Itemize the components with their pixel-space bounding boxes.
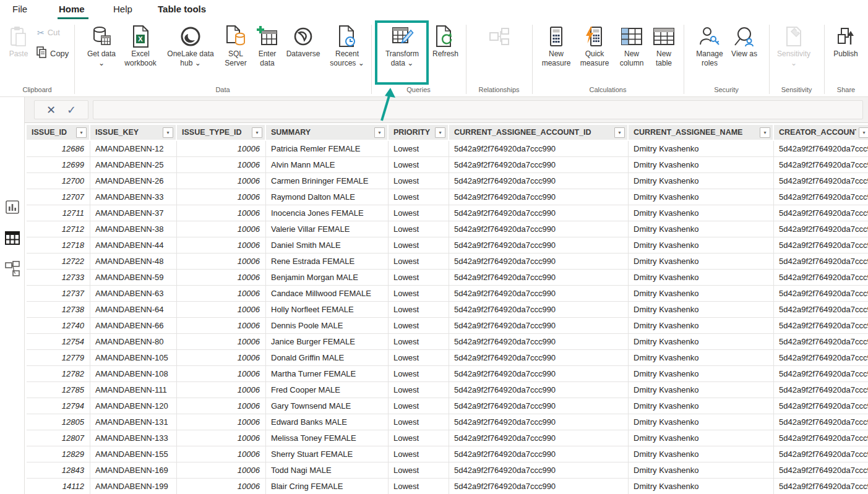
cell-priority[interactable]: Lowest: [389, 334, 449, 349]
cell-creator_account_id[interactable]: 5d42a9f2f764920da7ccc990: [774, 237, 868, 253]
cell-issue_type_id[interactable]: 10006: [177, 157, 266, 172]
cell-current_assignee_name[interactable]: Dmitry Kvashenko: [629, 462, 774, 478]
new-column-button[interactable]: New column: [615, 23, 648, 67]
cell-priority[interactable]: Lowest: [389, 205, 449, 221]
cell-issue_id[interactable]: 12782: [27, 366, 90, 381]
filter-dropdown-icon[interactable]: ▾: [435, 127, 445, 138]
cell-summary[interactable]: Donald Griffin MALE: [266, 350, 389, 365]
view-as-button[interactable]: View as: [730, 23, 758, 59]
cell-summary[interactable]: Dennis Poole MALE: [266, 318, 389, 333]
cell-issue_type_id[interactable]: 10006: [177, 446, 266, 462]
cell-issue_id[interactable]: 12712: [27, 221, 90, 237]
cell-current_assignee_name[interactable]: Dmitry Kvashenko: [629, 205, 774, 221]
cell-current_assignee_name[interactable]: Dmitry Kvashenko: [629, 446, 774, 462]
cell-issue_type_id[interactable]: 10006: [177, 189, 266, 205]
recent-sources-button[interactable]: Recent sources ⌄: [324, 23, 370, 67]
tab-home[interactable]: Home: [59, 4, 85, 14]
filter-dropdown-icon[interactable]: ▾: [163, 127, 173, 138]
cell-summary[interactable]: Melissa Toney FEMALE: [266, 430, 389, 446]
cell-current_assignee_account_id[interactable]: 5d42a9f2f764920da7ccc990: [449, 334, 629, 349]
cell-current_assignee_account_id[interactable]: 5d42a9f2f764920da7ccc990: [449, 270, 629, 285]
commit-check-icon[interactable]: ✓: [67, 104, 76, 116]
cell-issue_type_id[interactable]: 10006: [177, 479, 266, 494]
cell-priority[interactable]: Lowest: [389, 302, 449, 317]
cell-issue_key[interactable]: AMANDABENN-12: [90, 141, 177, 156]
cell-creator_account_id[interactable]: 5d42a9f2f764920da7ccc990: [774, 398, 868, 414]
cell-priority[interactable]: Lowest: [389, 446, 449, 462]
manage-roles-button[interactable]: Manage roles: [690, 23, 729, 67]
onelake-data-hub-button[interactable]: OneLake data hub ⌄: [162, 23, 219, 67]
column-header-issue_id[interactable]: ISSUE_ID▾: [27, 125, 90, 140]
tab-table-tools[interactable]: Table tools: [158, 4, 206, 14]
cell-current_assignee_name[interactable]: Dmitry Kvashenko: [629, 366, 774, 381]
cell-priority[interactable]: Lowest: [389, 414, 449, 430]
cell-issue_id[interactable]: 12699: [27, 157, 90, 172]
cell-current_assignee_account_id[interactable]: 5d42a9f2f764920da7ccc990: [449, 479, 629, 494]
cell-summary[interactable]: Rene Estrada FEMALE: [266, 253, 389, 269]
cell-creator_account_id[interactable]: 5d42a9f2f764920da7ccc990: [774, 302, 868, 317]
cell-issue_key[interactable]: AMANDABENN-108: [90, 366, 177, 381]
quick-measure-button[interactable]: Quick measure: [575, 23, 614, 67]
formula-input[interactable]: [93, 100, 863, 119]
column-header-issue_key[interactable]: ISSUE_KEY▾: [90, 125, 177, 140]
cell-issue_type_id[interactable]: 10006: [177, 350, 266, 365]
cell-issue_key[interactable]: AMANDABENN-66: [90, 318, 177, 333]
refresh-button[interactable]: Refresh: [428, 23, 463, 59]
cell-summary[interactable]: Blair Cring FEMALE: [266, 479, 389, 494]
filter-dropdown-icon[interactable]: ▾: [859, 127, 868, 138]
cell-creator_account_id[interactable]: 5d42a9f2f764920da7ccc990: [774, 430, 868, 446]
cell-current_assignee_name[interactable]: Dmitry Kvashenko: [629, 270, 774, 285]
cell-priority[interactable]: Lowest: [389, 479, 449, 494]
cell-issue_type_id[interactable]: 10006: [177, 398, 266, 414]
cell-issue_key[interactable]: AMANDABENN-64: [90, 302, 177, 317]
cell-current_assignee_account_id[interactable]: 5d42a9f2f764920da7ccc990: [449, 430, 629, 446]
report-view-icon[interactable]: [5, 200, 20, 215]
cell-creator_account_id[interactable]: 5d42a9f2f764920da7ccc990: [774, 157, 868, 172]
cell-current_assignee_name[interactable]: Dmitry Kvashenko: [629, 398, 774, 414]
cancel-icon[interactable]: ✕: [46, 104, 56, 116]
cell-issue_id[interactable]: 12843: [27, 462, 90, 478]
cell-issue_key[interactable]: AMANDABENN-155: [90, 446, 177, 462]
cell-creator_account_id[interactable]: 5d42a9f2f764920da7ccc990: [774, 221, 868, 237]
cell-issue_type_id[interactable]: 10006: [177, 366, 266, 381]
cell-current_assignee_account_id[interactable]: 5d42a9f2f764920da7ccc990: [449, 205, 629, 221]
cell-issue_key[interactable]: AMANDABENN-25: [90, 157, 177, 172]
tab-help[interactable]: Help: [113, 4, 132, 14]
cell-current_assignee_name[interactable]: Dmitry Kvashenko: [629, 318, 774, 333]
cell-creator_account_id[interactable]: 5d42a9f2f764920da7ccc990: [774, 286, 868, 301]
cell-current_assignee_account_id[interactable]: 5d42a9f2f764920da7ccc990: [449, 286, 629, 301]
cell-issue_key[interactable]: AMANDABENN-38: [90, 221, 177, 237]
cell-summary[interactable]: Inocencia Jones FEMALE: [266, 205, 389, 221]
cell-current_assignee_account_id[interactable]: 5d42a9f2f764920da7ccc990: [449, 237, 629, 253]
copy-button[interactable]: Copy: [36, 46, 69, 61]
cell-current_assignee_account_id[interactable]: 5d42a9f2f764920da7ccc990: [449, 302, 629, 317]
filter-dropdown-icon[interactable]: ▾: [760, 127, 770, 138]
filter-dropdown-icon[interactable]: ▾: [374, 127, 385, 138]
cell-issue_type_id[interactable]: 10006: [177, 205, 266, 221]
cell-current_assignee_account_id[interactable]: 5d42a9f2f764920da7ccc990: [449, 382, 629, 398]
cell-current_assignee_name[interactable]: Dmitry Kvashenko: [629, 237, 774, 253]
cell-current_assignee_name[interactable]: Dmitry Kvashenko: [629, 157, 774, 172]
cell-issue_key[interactable]: AMANDABENN-44: [90, 237, 177, 253]
cell-current_assignee_name[interactable]: Dmitry Kvashenko: [629, 253, 774, 269]
cell-current_assignee_name[interactable]: Dmitry Kvashenko: [629, 430, 774, 446]
tab-file[interactable]: File: [12, 4, 27, 14]
cell-summary[interactable]: Janice Burger FEMALE: [266, 334, 389, 349]
cell-issue_id[interactable]: 12754: [27, 334, 90, 349]
table-view-icon[interactable]: [5, 231, 20, 245]
cell-current_assignee_account_id[interactable]: 5d42a9f2f764920da7ccc990: [449, 366, 629, 381]
cell-issue_id[interactable]: 12718: [27, 237, 90, 253]
cell-issue_id[interactable]: 12829: [27, 446, 90, 462]
cell-priority[interactable]: Lowest: [389, 366, 449, 381]
cell-current_assignee_account_id[interactable]: 5d42a9f2f764920da7ccc990: [449, 141, 629, 156]
enter-data-button[interactable]: Enter data: [252, 23, 282, 67]
cell-summary[interactable]: Martha Turner FEMALE: [266, 366, 389, 381]
cell-summary[interactable]: Alvin Mann MALE: [266, 157, 389, 172]
cell-creator_account_id[interactable]: 5d42a9f2f764920da7ccc990: [774, 334, 868, 349]
cell-current_assignee_name[interactable]: Dmitry Kvashenko: [629, 302, 774, 317]
filter-dropdown-icon[interactable]: ▾: [614, 127, 625, 138]
cell-issue_type_id[interactable]: 10006: [177, 414, 266, 430]
manage-relationships-button[interactable]: [473, 23, 526, 49]
new-table-button[interactable]: New table: [648, 23, 679, 67]
cell-current_assignee_name[interactable]: Dmitry Kvashenko: [629, 414, 774, 430]
